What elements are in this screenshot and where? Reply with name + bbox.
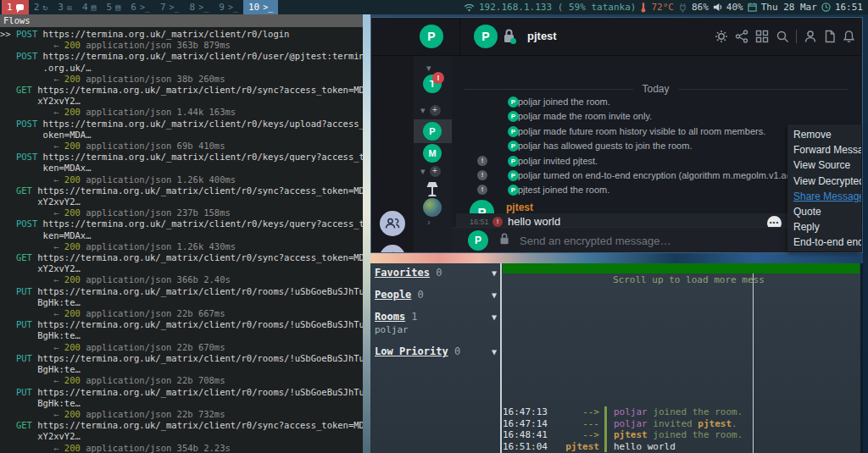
message-options-button[interactable]: ••• [767,216,782,227]
search-icon[interactable] [776,30,789,43]
room-section-favorites: Favorites 0▼ [375,267,497,279]
menu-item-share-message[interactable]: Share Message [787,189,861,204]
chevron-down-icon[interactable]: ▾ [420,166,426,177]
divider [796,30,797,43]
chat-line: 16:47:14---poljar invited pjtest. [503,418,753,429]
timeline-event[interactable]: Ppoljar made the room invite only. [452,109,863,124]
flow-row[interactable]: PUT https://termina.org.uk/_matrix/clien… [0,387,363,421]
apps-grid-icon[interactable] [755,30,769,43]
menu-item-remove[interactable]: Remove [787,127,861,142]
section-header-low-priority[interactable]: Low Priority 0▼ [375,345,497,357]
collapse-arrow-icon[interactable]: ▼ [492,290,497,300]
section-header-people[interactable]: People 0▼ [375,289,497,301]
flow-row[interactable]: GET https://termina.org.uk/_matrix/clien… [0,85,363,119]
settings-icon[interactable] [715,30,728,43]
room-avatar[interactable]: P [474,25,498,48]
flow-response-line: ← 200 application/json 38b 260ms [0,74,363,85]
request-url: oken=MDA… [43,130,92,140]
request-url: xY2xvY2… [37,96,81,106]
add-room-button[interactable]: + [430,166,441,177]
chat-line: 16:48:41-->pjtest joined the room. [503,429,753,440]
flow-response-line: ← 200 application/json 366b 2.40s [0,274,363,285]
flow-row[interactable]: POST https://termina.org.uk/_matrix/clie… [0,51,363,85]
workspace-7[interactable]: 7>_ [155,0,185,14]
flow-row[interactable]: GET https://termina.org.uk/_matrix/clien… [0,420,363,453]
flow-response-line: ← 200 application/json 22b 670ms [0,342,363,353]
workspace-8[interactable]: 8>_ [185,0,214,14]
room-name: pjtest [527,30,557,42]
message-sender: --> [555,406,599,417]
workspace-10[interactable]: 10>_ [243,0,278,14]
workspace-4[interactable]: 4▤ [77,0,102,14]
members-button[interactable] [380,211,405,236]
timeline-event[interactable]: Ppoljar joined the room. [452,95,863,109]
flow-row[interactable]: PUT https://termina.org.uk/_matrix/clien… [0,286,363,320]
chevron-down-icon[interactable]: ▾ [426,63,431,74]
flow-row[interactable]: PUT https://termina.org.uk/_matrix/clien… [0,353,363,387]
help-button[interactable] [380,245,405,253]
section-count: 1 [405,311,417,323]
file-icon[interactable] [824,30,836,43]
request-url-continuation: .org.uk/… [0,63,363,74]
menu-item-quote[interactable]: Quote [787,204,861,219]
room-avatar-selected[interactable]: P [423,122,442,141]
flow-row[interactable]: POST https://termina.org.uk/_matrix/clie… [0,218,363,252]
request-url: https://termina.org.uk/_matrix/client/r0… [43,51,363,61]
room-avatar[interactable]: M [423,144,442,163]
flow-response-line: ← 200 application/json 22b 667ms [0,308,363,319]
event-avatar: P [508,126,519,137]
workspace-9[interactable]: 9>_ [214,0,243,14]
flow-row[interactable]: GET https://termina.org.uk/_matrix/clien… [0,252,363,286]
request-url-continuation: xY2xvY2… [0,96,363,107]
workspace-number: 6 [131,2,136,13]
pane-divider [500,263,502,453]
flow-row[interactable]: POST https://termina.org.uk/_matrix/clie… [0,119,363,152]
flow-row[interactable]: POST https://termina.org.uk/_matrix/clie… [0,152,363,185]
flow-request-line: GET https://termina.org.uk/_matrix/clien… [0,420,363,431]
speaker-icon [713,3,722,12]
user-avatar[interactable]: P [420,25,443,48]
calendar-icon [748,3,757,12]
section-header-favorites[interactable]: Favorites 0▼ [375,267,497,279]
community-image-avatar[interactable] [423,198,442,217]
request-url: BgHk:te… [37,364,81,374]
workspace-5[interactable]: 5▤ [102,0,126,14]
message-input[interactable] [520,235,808,247]
add-room-button[interactable]: + [430,105,441,116]
workspace-number: 9 [219,2,225,13]
response-meta: application/json 1.44k 163ms [81,107,236,117]
menu-item-view-decrypted-s[interactable]: View Decrypted S [787,174,861,189]
request-url-continuation: BgHk:te… [0,297,363,308]
menu-item-forward-message[interactable]: Forward Message [787,142,861,157]
menu-item-end-to-end-encry[interactable]: End-to-end encry [787,235,861,250]
menu-item-view-source[interactable]: View Source [787,157,861,173]
workspace-3[interactable]: 3✉ [53,0,77,14]
workspace-2[interactable]: 2↻ [29,0,53,14]
flow-request-line: GET https://termina.org.uk/_matrix/clien… [0,85,363,96]
menu-item-reply[interactable]: Reply [787,219,861,235]
chevron-right-icon[interactable]: › [427,217,431,227]
collapse-arrow-icon[interactable]: ▼ [492,268,497,278]
flow-request-line: GET https://termina.org.uk/_matrix/clien… [0,252,363,263]
member-icon[interactable] [804,30,817,43]
separator-bar [604,441,607,452]
flow-row[interactable]: PUT https://termina.org.uk/_matrix/clien… [0,319,363,353]
notification-bell-icon[interactable] [843,30,855,43]
section-header-rooms[interactable]: Rooms 1▼ [375,311,497,323]
share-icon[interactable] [735,30,748,43]
chevron-down-icon[interactable]: ▾ [420,105,426,116]
focus-marker [0,185,16,196]
room-item-poljar[interactable]: poljar [375,324,497,335]
flow-row[interactable]: GET https://termina.org.uk/_matrix/clien… [0,185,363,219]
workspace-6[interactable]: 6>_ [125,0,155,14]
workspace-1[interactable]: 1 [2,0,29,14]
collapse-arrow-icon[interactable]: ▼ [492,312,497,322]
response-arrow-icon: ← [53,342,64,352]
status-bar: 12↻3✉4▤5▤6>_7>_8>_9>_10>_ 192.168.1.133 … [0,0,868,14]
temperature-value: 72°C [651,2,674,13]
flow-row[interactable]: >> POST https://termina.org.uk/_matrix/c… [0,29,363,51]
encryption-lock-icon [502,28,517,48]
terminal-icon: >_ [198,3,209,12]
collapse-arrow-icon[interactable]: ▼ [492,347,497,356]
workspace-number: 2 [34,2,40,13]
